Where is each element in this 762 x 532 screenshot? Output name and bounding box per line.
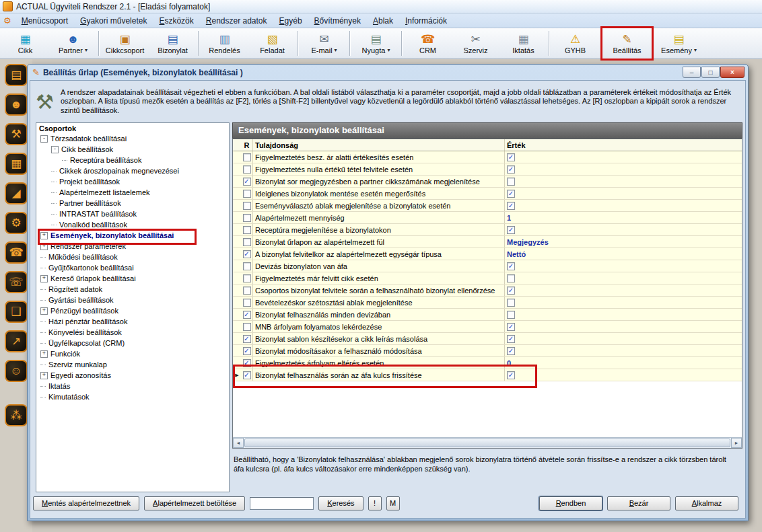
tree-item[interactable]: Rögzített adatok [36,284,229,295]
tree-item[interactable]: +Rendszer paraméterek [36,241,229,252]
ok-button[interactable]: Rendben [539,496,602,510]
menu-item[interactable]: Ablak [367,15,399,27]
table-row[interactable]: ✓Bizonylat módosításakor a felhasználó m… [233,345,742,357]
system-checkbox[interactable] [243,299,251,307]
tree-item[interactable]: Gyártási beállítások [36,295,229,305]
system-checkbox[interactable] [243,190,251,198]
system-checkbox[interactable] [243,226,251,234]
toolbar-button-email[interactable]: ✉E-mail▾ [300,28,348,59]
table-row[interactable]: Bevételezéskor szétosztási ablak megjele… [233,297,742,309]
table-row[interactable]: Csoportos bizonylat felvitele során a fe… [233,284,742,297]
scroll-right-icon[interactable]: ► [731,438,742,448]
tree-item[interactable]: Vonalkód beállítások [36,219,229,230]
search-input[interactable] [250,497,314,510]
exclamation-button[interactable]: ! [368,496,382,510]
value-checkbox[interactable]: ✓ [507,347,515,355]
dialog-title-bar[interactable]: ✎ Beállítás űrlap (Események, bizonylato… [30,65,746,80]
minimize-button[interactable]: – [683,67,701,78]
system-checkbox[interactable] [243,287,251,295]
tree-item[interactable]: +Egyedi azonosítás [36,370,229,381]
menu-item[interactable]: Eszközök [153,15,199,27]
value-checkbox[interactable]: ✓ [507,202,515,210]
system-checkbox[interactable] [243,202,251,210]
toolbar-button-feladat[interactable]: ▧Feladat [248,28,296,59]
close-dialog-button[interactable]: Bezár [607,496,670,510]
sidebar-button-contacts[interactable]: ☏ [5,271,28,293]
system-checkbox[interactable]: ✓ [243,371,251,379]
table-row[interactable]: Bizonylat űrlapon az alapértelmezett fül… [233,236,742,248]
system-checkbox[interactable] [243,323,251,331]
table-row[interactable]: ✓Figyelmeztetés árfolyam eltérés esetén0 [233,357,742,369]
sidebar-button-user[interactable]: ☺ [5,360,28,382]
system-checkbox[interactable] [243,274,251,282]
horizontal-scrollbar[interactable]: ◄ ► [233,437,742,448]
value-checkbox[interactable]: ✓ [507,190,515,198]
value-checkbox[interactable] [507,311,515,319]
table-row[interactable]: Figyelmeztetés nulla értékű tétel felvit… [233,163,742,176]
expand-icon[interactable]: + [40,243,48,250]
tree-item[interactable]: Projekt beállítások [36,176,229,187]
apply-button[interactable]: Alkalmaz [675,496,738,510]
chevron-down-icon[interactable]: ▾ [85,47,88,53]
tree-item[interactable]: Működési beállítások [36,252,229,262]
toolbar-button-beallitas[interactable]: ✎Beállítás [603,28,651,59]
value-checkbox[interactable]: ✓ [507,165,515,174]
table-row[interactable]: ▶✓Bizonylat felhasználás során az áfa ku… [233,369,742,381]
tree-item[interactable]: Alapértelmezett listaelemek [36,187,229,198]
collapse-icon[interactable]: - [51,146,59,153]
system-checkbox[interactable]: ✓ [243,347,251,355]
toolbar-button-rendeles[interactable]: ▥Rendelés [201,28,248,59]
collapse-icon[interactable]: - [40,135,48,143]
table-row[interactable]: ✓Bizonylat felhasználás minden devizában [233,309,742,321]
value-checkbox[interactable]: ✓ [507,287,515,295]
value-checkbox[interactable]: ✓ [507,323,515,331]
tree-item[interactable]: +Funkciók [36,348,229,359]
toolbar-button-partner[interactable]: ☻Partner▾ [49,28,97,59]
menu-item[interactable]: Egyéb [273,15,308,27]
sidebar-button-orgchart[interactable]: ⁂ [5,404,28,426]
table-row[interactable]: Ideiglenes bizonylatok mentése esetén me… [233,188,742,200]
close-icon[interactable]: × [720,67,744,78]
toolbar-button-cikk[interactable]: ▦Cikk [1,28,49,59]
tree-item[interactable]: Kimutatások [36,391,229,402]
sidebar-button-cart[interactable]: ⚒ [5,123,28,145]
expand-icon[interactable]: + [40,307,48,315]
expand-icon[interactable]: + [40,372,48,379]
tree-item[interactable]: Partner beállítások [36,198,229,208]
value-checkbox[interactable]: ✓ [507,262,515,270]
system-checkbox[interactable] [243,165,251,174]
toolbar-button-gyhb[interactable]: ⚠GYHB [551,28,599,59]
tree-item[interactable]: Iktatás [36,381,229,391]
value-checkbox[interactable] [507,178,515,186]
tree-item[interactable]: Receptúra beállítások [36,155,229,165]
scrollbar-thumb[interactable] [244,439,730,447]
tree-item[interactable]: +Események, bizonylatok beállításai [36,230,229,241]
table-row[interactable]: Figyelmeztetés már felvitt cikk esetén [233,272,742,284]
expand-icon[interactable]: + [40,275,48,282]
toolbar-button-crm[interactable]: ☎CRM [404,28,452,59]
system-checkbox[interactable]: ✓ [243,335,251,343]
system-checkbox[interactable]: ✓ [243,178,251,186]
value-checkbox[interactable] [507,274,515,282]
toolbar-button-nyugta[interactable]: ▤Nyugta▾ [352,28,400,59]
sidebar-button-chart[interactable]: ◢ [5,182,28,204]
tree-item[interactable]: Gyűjtőkartonok beállításai [36,262,229,273]
menu-item[interactable]: Információk [399,15,453,27]
table-row[interactable]: ✓A bizonylat felvitelkor az alapértelmez… [233,248,742,260]
toolbar-button-iktatas[interactable]: ▦Iktatás [499,28,547,59]
chevron-down-icon[interactable]: ▾ [694,47,697,53]
system-checkbox[interactable] [243,153,251,161]
value-checkbox[interactable]: ✓ [507,335,515,343]
sidebar-button-documents[interactable]: ❑ [5,301,28,323]
system-checkbox[interactable] [243,214,251,222]
m-button[interactable]: M [386,496,400,510]
search-button[interactable]: Keresés [318,496,363,510]
table-row[interactable]: MNB árfolyam folyamatos lekérdezése✓ [233,321,742,333]
toolbar-button-bizonylat[interactable]: ▤Bizonylat [149,28,197,59]
sidebar-button-modules[interactable]: ▦ [5,153,28,175]
tree-item[interactable]: INTRASTAT beállítások [36,208,229,219]
table-row[interactable]: Figyelmeztetés besz. ár alatti értékesít… [233,151,742,163]
table-row[interactable]: Devizás bizonylaton van áfa✓ [233,260,742,272]
sidebar-button-settings[interactable]: ⚙ [5,212,28,234]
value-checkbox[interactable]: ✓ [507,371,515,379]
